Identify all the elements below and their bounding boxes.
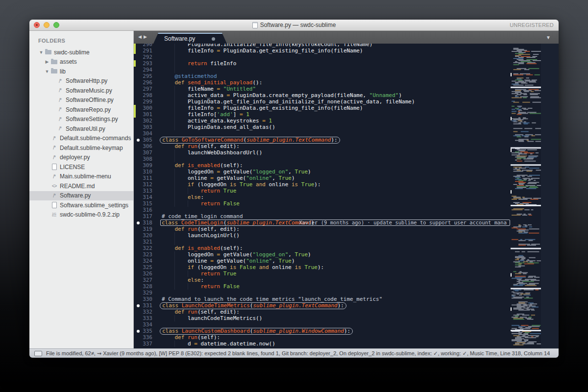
gutter[interactable]: 315 <box>134 200 159 207</box>
code-text[interactable]: # code_time_login command <box>159 213 511 220</box>
code-line[interactable]: 312 if (loggedOn is True and online is T… <box>134 181 511 188</box>
code-line[interactable]: 314 else: <box>134 194 511 200</box>
code-text[interactable]: def is_enabled(self): <box>159 245 511 251</box>
gutter[interactable]: 301 <box>134 111 159 118</box>
gutter[interactable]: 298 <box>134 92 159 98</box>
tab-scroll-right-icon[interactable]: ▶ <box>144 34 147 39</box>
code-text[interactable]: loggedOn = getValue("logged_on", True) <box>159 169 511 175</box>
code-text[interactable] <box>159 54 511 60</box>
code-text[interactable]: fileInfo = PluginData.get_existing_file_… <box>159 105 511 111</box>
code-line[interactable]: 335class LaunchCustomDashboard(sublime_p… <box>134 328 511 334</box>
gutter[interactable]: 336 <box>134 334 159 341</box>
code-line[interactable]: 329 <box>134 290 511 296</box>
code-text[interactable] <box>159 239 511 245</box>
code-line[interactable]: 296 def send_initial_payload(): <box>134 79 511 86</box>
sidebar-item-softwaresettings-py[interactable]: /*SoftwareSettings.py <box>29 115 133 124</box>
code-text[interactable]: return fileInfo <box>159 60 511 67</box>
gutter[interactable]: 292 <box>134 54 159 60</box>
gutter[interactable]: 335 <box>134 328 159 334</box>
code-line[interactable]: 300 fileInfo = PluginData.get_existing_f… <box>134 105 511 111</box>
code-text[interactable]: if (loggedOn is False and online is True… <box>159 264 511 270</box>
minimap[interactable] <box>511 44 541 348</box>
gutter[interactable]: 337 <box>134 341 159 347</box>
tab-scroll-left-icon[interactable]: ◀ <box>138 34 142 39</box>
code-text[interactable]: launchLoginUrl() <box>159 232 511 239</box>
gutter[interactable]: 295 <box>134 73 159 79</box>
gutter[interactable]: 313 <box>134 188 159 194</box>
gutter[interactable]: 310 <box>134 169 159 175</box>
gutter[interactable]: 306 <box>134 143 159 149</box>
code-line[interactable]: 301 fileInfo['add'] = 1 <box>134 111 511 118</box>
code-viewport[interactable]: 290 PluginData.initialize_file_info(keys… <box>134 44 511 348</box>
code-line[interactable]: 325 if (loggedOn is False and online is … <box>134 264 511 270</box>
sidebar-item-software-py[interactable]: /*Software.py <box>29 191 133 201</box>
code-line[interactable]: 292 <box>134 54 511 60</box>
code-line[interactable]: 313 return True <box>134 188 511 194</box>
chevron-down-icon[interactable]: ▼ <box>38 50 44 55</box>
code-text[interactable] <box>159 156 511 162</box>
code-line[interactable]: 326 return True <box>134 270 511 277</box>
code-line[interactable]: 305class GoToSoftwareCommand(sublime_plu… <box>134 137 511 143</box>
gutter[interactable]: 328 <box>134 283 159 290</box>
gutter[interactable]: 304 <box>134 130 159 137</box>
gutter[interactable]: 330 <box>134 296 159 302</box>
sidebar-item-swdc-sublime-0-9-2-zip[interactable]: 101011swdc-sublime-0.9.2.zip <box>29 210 133 220</box>
code-line[interactable]: 324 online = getValue("online", True) <box>134 258 511 264</box>
gutter[interactable]: 334 <box>134 321 159 328</box>
code-line[interactable]: 290 PluginData.initialize_file_info(keys… <box>134 44 511 48</box>
sidebar-item-main-sublime-menu[interactable]: /*Main.sublime-menu <box>29 172 133 182</box>
sidebar-item-default-sublime-commands[interactable]: /*Default.sublime-commands <box>29 134 133 144</box>
sidebar-item-softwarerepo-py[interactable]: /*SoftwareRepo.py <box>29 105 133 115</box>
code-text[interactable]: PluginData.initialize_file_info(keystrok… <box>159 44 511 48</box>
gutter[interactable]: 318 <box>134 220 159 226</box>
code-text[interactable]: return False <box>159 283 511 290</box>
code-line[interactable]: 302 active_data.keystrokes = 1 <box>134 118 511 124</box>
sidebar-item-license[interactable]: LICENSE <box>29 162 133 172</box>
code-line[interactable]: 298 active_data = PluginData.create_empt… <box>134 92 511 98</box>
gutter[interactable]: 307 <box>134 149 159 156</box>
code-text[interactable]: def send_initial_payload(): <box>159 79 511 86</box>
gutter[interactable]: 321 <box>134 239 159 245</box>
sidebar-item-swdc-sublime[interactable]: ▼swdc-sublime <box>29 48 133 57</box>
gutter[interactable]: 290 <box>134 44 159 48</box>
gutter[interactable]: 317 <box>134 213 159 220</box>
code-line[interactable]: 293 return fileInfo <box>134 60 511 67</box>
code-text[interactable]: else: <box>159 194 511 200</box>
code-text[interactable]: PluginData.send_all_datas() <box>159 124 511 130</box>
gutter[interactable]: 297 <box>134 86 159 92</box>
code-text[interactable] <box>159 67 511 73</box>
code-line[interactable]: 322 def is_enabled(self): <box>134 245 511 251</box>
code-text[interactable]: def run(self): <box>159 334 511 341</box>
code-text[interactable] <box>159 207 511 213</box>
gutter[interactable]: 325 <box>134 264 159 270</box>
code-line[interactable]: 304 <box>134 130 511 137</box>
code-text[interactable] <box>159 290 511 296</box>
code-text[interactable]: class CodeTimeLogin(sublime_plugin.TextC… <box>159 220 511 226</box>
code-line[interactable]: 311 online = getValue("online", True) <box>134 175 511 181</box>
code-line[interactable]: 332 def run(self, edit): <box>134 309 511 315</box>
code-line[interactable]: 337 d = datetime.datetime.now() <box>134 341 511 347</box>
code-line[interactable]: 319 def run(self, edit): <box>134 226 511 232</box>
gutter[interactable]: 329 <box>134 290 159 296</box>
code-text[interactable]: loggedOn = getValue("logged_on", True) <box>159 251 511 258</box>
code-text[interactable]: return True <box>159 188 511 194</box>
code-line[interactable]: 294 <box>134 67 511 73</box>
code-line[interactable]: 295 @staticmethod <box>134 73 511 79</box>
gutter[interactable]: 305 <box>134 137 159 143</box>
gutter[interactable]: 319 <box>134 226 159 232</box>
gutter[interactable]: 324 <box>134 258 159 264</box>
code-text[interactable]: def run(self, edit): <box>159 309 511 315</box>
gutter[interactable]: 322 <box>134 245 159 251</box>
sidebar-item-default-sublime-keymap[interactable]: /*Default.sublime-keymap <box>29 143 133 153</box>
code-text[interactable]: fileInfo = PluginData.get_existing_file_… <box>159 48 511 54</box>
sidebar-item-software-sublime-settings[interactable]: Software.sublime_settings <box>29 200 133 210</box>
code-line[interactable]: 309 def is_enabled(self): <box>134 162 511 169</box>
code-text[interactable]: d = datetime.datetime.now() <box>159 341 511 347</box>
code-line[interactable]: 333 launchCodeTimeMetrics() <box>134 315 511 321</box>
gutter[interactable]: 302 <box>134 118 159 124</box>
code-line[interactable]: 291 fileInfo = PluginData.get_existing_f… <box>134 48 511 54</box>
code-text[interactable] <box>159 130 511 137</box>
sidebar-item-softwarehttp-py[interactable]: /*SoftwareHttp.py <box>29 76 133 86</box>
gutter[interactable]: 309 <box>134 162 159 169</box>
code-line[interactable]: 331class LaunchCodeTimeMetrics(sublime_p… <box>134 302 511 309</box>
